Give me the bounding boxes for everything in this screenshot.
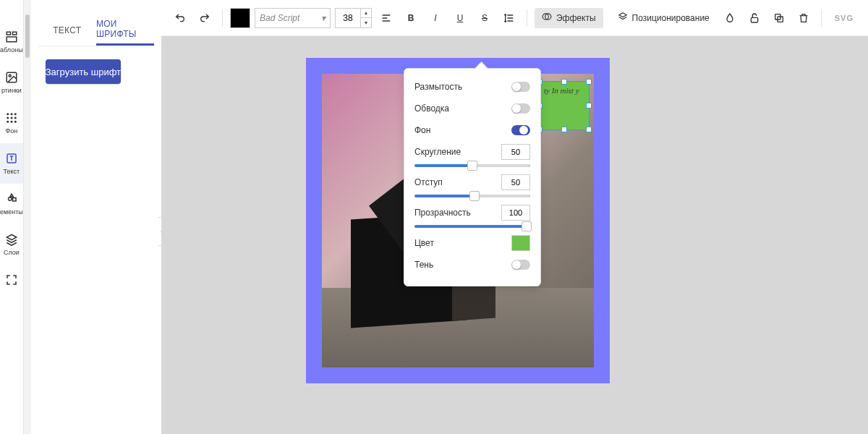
svg-point-13 <box>14 121 17 123</box>
svg-rect-1 <box>12 32 16 35</box>
opacity-input[interactable] <box>501 205 530 221</box>
opacity-button[interactable] <box>720 8 740 28</box>
elements-icon <box>5 192 18 205</box>
font-family-select[interactable]: Bad Script▾ <box>255 8 331 28</box>
svg-rect-0 <box>7 32 10 35</box>
padding-slider[interactable] <box>414 195 530 197</box>
stroke-label: Обводка <box>414 103 449 114</box>
undo-button[interactable] <box>170 8 190 28</box>
upload-font-button[interactable]: Загрузить шрифт <box>46 59 121 84</box>
effects-popover: Размытость Обводка Фон Скругление Отступ… <box>404 68 541 286</box>
rail-text[interactable]: Текст <box>0 143 23 184</box>
divider <box>821 9 822 27</box>
shadow-toggle[interactable] <box>511 260 530 270</box>
position-button[interactable]: Позиционирование <box>612 12 715 24</box>
text-icon <box>5 152 18 165</box>
text-color-swatch[interactable] <box>230 8 250 28</box>
panel-tabs: ТЕКСТ МОИ ШРИФТЫ <box>38 14 154 46</box>
svg-point-6 <box>10 113 12 115</box>
layers-icon <box>618 12 628 24</box>
bold-button[interactable]: B <box>401 8 421 28</box>
size-increase-button[interactable]: ▲ <box>361 9 371 18</box>
resize-handle[interactable] <box>586 79 592 85</box>
tab-text[interactable]: ТЕКСТ <box>38 14 96 46</box>
size-decrease-button[interactable]: ▼ <box>361 18 371 27</box>
font-size-field[interactable] <box>336 9 360 27</box>
color-label: Цвет <box>414 238 434 248</box>
unlock-button[interactable] <box>744 8 765 28</box>
svg-point-4 <box>9 75 11 77</box>
blur-label: Размытость <box>414 82 462 92</box>
rail-fullscreen[interactable] <box>0 265 23 295</box>
divider <box>527 9 527 27</box>
tab-my-fonts[interactable]: МОИ ШРИФТЫ <box>96 14 154 46</box>
svg-rect-2 <box>7 37 17 42</box>
svg-point-5 <box>7 113 9 115</box>
background-label: Фон <box>414 125 430 135</box>
export-svg-button[interactable]: SVG <box>829 14 859 22</box>
svg-point-7 <box>14 113 17 115</box>
svg-point-8 <box>7 117 9 119</box>
templates-icon <box>5 30 18 43</box>
svg-rect-17 <box>751 17 757 22</box>
rail-elements[interactable]: ементы <box>0 184 23 224</box>
panel-scrollbar[interactable] <box>24 0 31 434</box>
stroke-toggle[interactable] <box>511 103 530 114</box>
svg-point-9 <box>10 117 12 119</box>
background-icon <box>5 111 18 124</box>
layers-icon <box>5 233 18 246</box>
padding-label: Отступ <box>414 177 443 187</box>
fullscreen-icon <box>5 273 18 286</box>
padding-input[interactable] <box>501 174 530 190</box>
canvas-area: Bad Script▾ ▲ ▼ B I U S Эффекты <box>161 0 868 434</box>
resize-handle[interactable] <box>586 127 592 132</box>
blur-toggle[interactable] <box>511 82 530 92</box>
left-rail: аблоны ртинки Фон Текст ементы Слои <box>0 0 24 434</box>
shadow-label: Тень <box>414 260 433 270</box>
effects-button[interactable]: Эффекты <box>535 8 603 28</box>
duplicate-button[interactable] <box>769 8 789 28</box>
rail-images[interactable]: ртинки <box>0 62 23 103</box>
bg-color-swatch[interactable] <box>511 235 530 251</box>
resize-handle[interactable] <box>561 79 567 85</box>
resize-handle[interactable] <box>561 127 567 132</box>
svg-point-12 <box>10 121 12 123</box>
side-panel: ТЕКСТ МОИ ШРИФТЫ Загрузить шрифт ◀ <box>24 0 161 434</box>
radius-label: Скругление <box>414 147 461 157</box>
resize-handle[interactable] <box>586 103 592 109</box>
font-size-input[interactable]: ▲ ▼ <box>335 8 372 28</box>
redo-button[interactable] <box>195 8 215 28</box>
chevron-down-icon: ▾ <box>321 13 326 23</box>
radius-input[interactable] <box>501 144 530 160</box>
svg-point-11 <box>7 121 9 123</box>
rail-background[interactable]: Фон <box>0 103 23 143</box>
line-height-button[interactable] <box>499 8 519 28</box>
strikethrough-button[interactable]: S <box>475 8 495 28</box>
divider <box>222 9 223 27</box>
radius-slider[interactable] <box>414 164 530 167</box>
background-toggle[interactable] <box>511 125 530 135</box>
svg-point-10 <box>14 117 17 119</box>
opacity-label: Прозрачность <box>414 208 471 218</box>
selected-text-element[interactable]: ty In mist y <box>539 81 590 130</box>
italic-button[interactable]: I <box>425 8 446 28</box>
images-icon <box>5 71 18 84</box>
opacity-slider[interactable] <box>414 225 530 228</box>
align-button[interactable] <box>376 8 396 28</box>
delete-button[interactable] <box>793 8 814 28</box>
effects-icon <box>542 12 552 24</box>
underline-button[interactable]: U <box>450 8 470 28</box>
toolbar: Bad Script▾ ▲ ▼ B I U S Эффекты <box>161 0 868 36</box>
rail-templates[interactable]: аблоны <box>0 22 23 62</box>
rail-layers[interactable]: Слои <box>0 224 23 265</box>
canvas[interactable]: ty In mist y Размытость Обводка Фон Скру… <box>161 36 868 434</box>
